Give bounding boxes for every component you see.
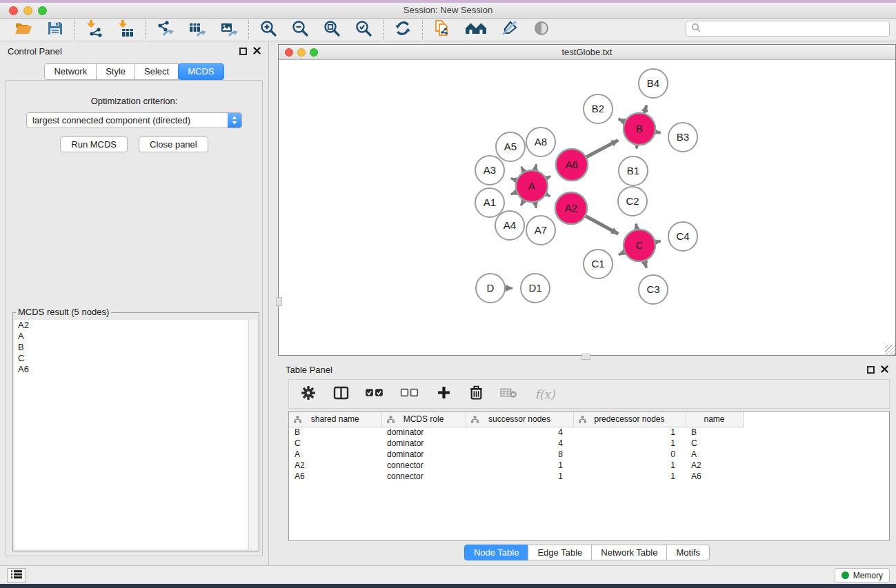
network-maximize-button[interactable] — [310, 48, 318, 57]
edge-A-A2[interactable] — [546, 194, 550, 196]
tab-style[interactable]: Style — [96, 63, 135, 80]
cell-name[interactable]: A2 — [686, 460, 743, 471]
node-A8[interactable]: A8 — [526, 128, 555, 156]
node-A3[interactable]: A3 — [475, 156, 504, 185]
edge-C-C1[interactable] — [619, 252, 624, 255]
edge-A-A8[interactable] — [535, 164, 537, 170]
node-B2[interactable]: B2 — [584, 94, 613, 123]
export-image-button[interactable] — [219, 20, 239, 39]
tab-mcds[interactable]: MCDS — [178, 63, 223, 80]
export-table-button[interactable] — [187, 20, 208, 39]
node-A[interactable]: A — [516, 170, 548, 202]
node-C2[interactable]: C2 — [618, 187, 647, 216]
cell-predecessor-nodes[interactable]: 1 — [573, 427, 686, 438]
cell-name[interactable]: A — [686, 449, 743, 460]
column-header-successor-nodes[interactable]: successor nodes — [466, 412, 573, 427]
mcds-result-item[interactable]: A6 — [14, 364, 248, 375]
cell-shared-name[interactable]: B — [289, 427, 381, 438]
edge-B-B2[interactable] — [619, 119, 625, 121]
criterion-select[interactable]: largest connected component (directed) — [26, 112, 242, 128]
edge-A-A7[interactable] — [535, 203, 537, 208]
node-A6[interactable]: A6 — [556, 149, 588, 181]
cell-successor-nodes[interactable]: 4 — [466, 438, 573, 449]
cell-mcds-role[interactable]: dominator — [381, 438, 466, 449]
zoom-in-button[interactable] — [258, 20, 279, 39]
splitter-handle-vertical[interactable] — [276, 297, 282, 306]
table-row[interactable]: A2connector11A2 — [289, 460, 889, 471]
apply-layout-button[interactable] — [392, 20, 413, 39]
table-row[interactable]: Adominator80A — [289, 449, 889, 460]
table-row[interactable]: A6connector11A6 — [289, 471, 889, 482]
node-A5[interactable]: A5 — [496, 132, 525, 161]
network-minimize-button[interactable] — [297, 48, 306, 57]
save-session-button[interactable] — [45, 20, 66, 39]
node-A2[interactable]: A2 — [555, 192, 587, 224]
edge-C-C3[interactable] — [644, 261, 646, 268]
node-D[interactable]: D — [476, 274, 505, 303]
cell-successor-nodes[interactable]: 1 — [466, 460, 573, 471]
edge-A-A6[interactable] — [546, 176, 550, 179]
node-B[interactable]: B — [624, 113, 655, 145]
mcds-result-item[interactable]: A — [14, 331, 248, 342]
cell-predecessor-nodes[interactable]: 1 — [573, 471, 686, 482]
node-A7[interactable]: A7 — [526, 216, 555, 245]
edge-A2-C[interactable] — [586, 216, 618, 234]
zoom-out-button[interactable] — [290, 20, 310, 39]
cell-mcds-role[interactable]: dominator — [381, 427, 466, 438]
delete-row-button[interactable] — [467, 385, 485, 403]
open-file-button[interactable] — [13, 20, 34, 39]
cell-successor-nodes[interactable]: 1 — [466, 471, 573, 482]
memory-button[interactable]: Memory — [835, 568, 890, 582]
edge-A-A3[interactable] — [511, 179, 517, 181]
tab-network-table[interactable]: Network Table — [591, 545, 667, 560]
tab-motifs[interactable]: Motifs — [666, 545, 710, 560]
function-builder-button[interactable]: f(x) — [532, 385, 558, 403]
task-history-button[interactable] — [7, 568, 26, 582]
float-table-panel-button[interactable] — [867, 366, 875, 374]
table-row[interactable]: Bdominator41B — [289, 427, 889, 438]
edge-C-C4[interactable] — [656, 241, 661, 242]
mcds-result-item[interactable]: B — [14, 342, 248, 353]
column-header-shared-name[interactable]: shared name — [289, 412, 381, 427]
cell-shared-name[interactable]: A — [289, 449, 381, 460]
node-D1[interactable]: D1 — [521, 274, 550, 303]
cell-mcds-role[interactable]: dominator — [381, 449, 466, 460]
edge-A-A5[interactable] — [521, 167, 524, 172]
cell-name[interactable]: B — [686, 427, 743, 438]
cell-name[interactable]: A6 — [686, 471, 743, 482]
node-A4[interactable]: A4 — [495, 211, 524, 240]
edge-C-C2[interactable] — [636, 224, 637, 230]
edge-B-B3[interactable] — [656, 132, 661, 133]
node-B1[interactable]: B1 — [619, 156, 648, 185]
hide-annotations-button[interactable] — [499, 20, 520, 39]
show-graphics-details-button[interactable] — [531, 20, 552, 39]
edge-A6-B[interactable] — [586, 140, 618, 156]
run-mcds-button[interactable]: Run MCDS — [60, 136, 128, 152]
tab-network[interactable]: Network — [44, 63, 97, 80]
column-header-predecessor-nodes[interactable]: predecessor nodes — [573, 412, 686, 427]
cell-mcds-role[interactable]: connector — [381, 471, 466, 482]
edge-B-B1[interactable] — [637, 145, 637, 149]
close-panel-button[interactable]: Close panel — [139, 136, 208, 152]
column-header-mcds-role[interactable]: MCDS role — [381, 412, 466, 427]
edge-A-A1[interactable] — [511, 192, 517, 194]
maximize-window-button[interactable] — [38, 6, 47, 15]
close-panel-icon[interactable] — [253, 46, 261, 57]
window-resize-grip[interactable] — [885, 345, 895, 355]
close-table-panel-icon[interactable] — [881, 365, 888, 375]
splitter-handle-horizontal[interactable] — [581, 354, 590, 360]
show-home-button[interactable] — [464, 20, 488, 39]
cell-shared-name[interactable]: C — [289, 438, 381, 449]
cell-predecessor-nodes[interactable]: 1 — [573, 438, 686, 449]
split-view-button[interactable] — [332, 385, 350, 403]
node-B3[interactable]: B3 — [668, 123, 697, 152]
select-all-button[interactable] — [364, 385, 385, 403]
cell-successor-nodes[interactable]: 8 — [466, 449, 573, 460]
node-A1[interactable]: A1 — [475, 188, 504, 217]
tab-node-table[interactable]: Node Table — [464, 545, 529, 560]
import-table-button[interactable] — [116, 20, 137, 39]
cell-mcds-role[interactable]: connector — [381, 460, 466, 471]
network-canvas[interactable]: AA1A2A3A4A5A6A7A8BB1B2B3B4CC1C2C3C4DD1 — [279, 60, 895, 355]
mcds-result-item[interactable]: C — [14, 353, 248, 364]
network-close-button[interactable] — [285, 48, 293, 57]
